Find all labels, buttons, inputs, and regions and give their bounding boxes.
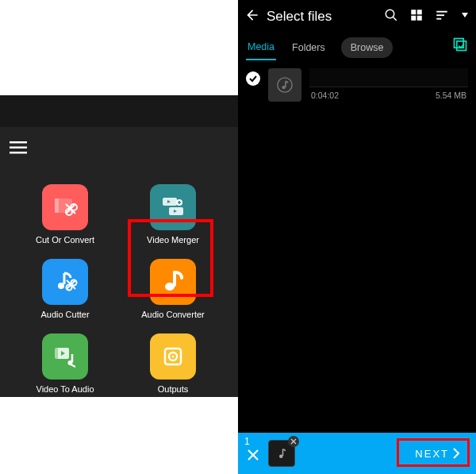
tool-video-merger[interactable]: Video Merger bbox=[135, 184, 211, 245]
svg-point-22 bbox=[172, 356, 175, 358]
tabs-row: Media Folders Browse bbox=[238, 33, 476, 62]
tool-label: Audio Converter bbox=[141, 310, 205, 319]
svg-point-15 bbox=[165, 283, 175, 291]
select-all-button[interactable] bbox=[452, 37, 468, 56]
close-icon bbox=[246, 448, 260, 462]
svg-rect-0 bbox=[10, 141, 27, 144]
tool-label: Video Merger bbox=[147, 235, 199, 245]
chevron-right-icon bbox=[452, 448, 460, 459]
music-note-icon bbox=[274, 446, 289, 461]
arrow-left-icon bbox=[244, 7, 260, 23]
hamburger-icon bbox=[10, 141, 27, 154]
outputs-icon bbox=[150, 333, 196, 380]
view-grid-button[interactable] bbox=[409, 8, 424, 25]
svg-rect-17 bbox=[55, 348, 58, 359]
clear-selection-button[interactable] bbox=[246, 448, 260, 465]
tab-media[interactable]: Media bbox=[246, 35, 276, 60]
file-list-empty-space bbox=[238, 108, 476, 433]
file-name-redacted bbox=[309, 68, 468, 87]
tool-cut-or-convert[interactable]: Cut Or Convert bbox=[27, 184, 103, 245]
tool-label: Cut Or Convert bbox=[36, 235, 94, 245]
svg-rect-33 bbox=[457, 41, 466, 51]
cut-convert-icon bbox=[42, 184, 88, 230]
video-to-audio-icon bbox=[42, 333, 88, 380]
check-icon bbox=[248, 74, 258, 83]
sort-icon bbox=[435, 8, 449, 22]
left-appbar bbox=[0, 95, 238, 127]
grid-icon bbox=[409, 8, 424, 22]
audio-cutter-icon bbox=[42, 259, 88, 305]
tool-outputs[interactable]: Outputs bbox=[135, 333, 211, 394]
tool-audio-converter[interactable]: Audio Converter bbox=[135, 259, 211, 319]
caret-down-icon bbox=[460, 8, 470, 22]
svg-point-23 bbox=[386, 10, 394, 18]
audio-converter-icon bbox=[150, 259, 196, 305]
video-merger-icon bbox=[150, 184, 196, 230]
tool-label: Outputs bbox=[158, 384, 189, 394]
next-button[interactable]: NEXT bbox=[407, 443, 468, 464]
file-item[interactable]: 0:04:02 5.54 MB bbox=[238, 62, 476, 108]
svg-rect-27 bbox=[417, 16, 422, 21]
tab-folders[interactable]: Folders bbox=[290, 36, 327, 60]
next-label: NEXT bbox=[415, 448, 449, 460]
selection-count: 1 bbox=[244, 436, 250, 447]
file-duration: 0:04:02 bbox=[311, 91, 339, 100]
svg-rect-29 bbox=[436, 14, 444, 16]
svg-rect-4 bbox=[55, 198, 59, 213]
svg-point-36 bbox=[279, 455, 283, 459]
svg-marker-31 bbox=[462, 13, 468, 17]
svg-point-35 bbox=[282, 86, 286, 89]
tool-audio-cutter[interactable]: Audio Cutter bbox=[27, 259, 103, 319]
page-title: Select files bbox=[267, 9, 378, 25]
music-note-icon bbox=[276, 76, 294, 94]
svg-rect-1 bbox=[10, 147, 27, 149]
svg-point-34 bbox=[278, 78, 292, 92]
search-icon bbox=[384, 8, 398, 22]
svg-rect-25 bbox=[417, 10, 422, 14]
svg-rect-28 bbox=[436, 11, 447, 13]
svg-rect-2 bbox=[10, 152, 27, 154]
menu-button[interactable] bbox=[0, 135, 238, 160]
tool-label: Audio Cutter bbox=[40, 310, 89, 319]
selected-file-chip[interactable] bbox=[268, 440, 295, 467]
sort-button[interactable] bbox=[435, 8, 449, 25]
svg-rect-30 bbox=[436, 18, 441, 20]
left-whitespace bbox=[0, 0, 238, 95]
file-checkbox[interactable] bbox=[246, 71, 260, 86]
tool-label: Video To Audio bbox=[36, 384, 94, 394]
right-appbar: Select files bbox=[238, 0, 476, 33]
tools-grid: Cut Or Convert Video Merger Audio Cutter bbox=[0, 160, 238, 402]
tool-video-to-audio[interactable]: Video To Audio bbox=[27, 333, 103, 394]
overflow-button[interactable] bbox=[460, 8, 470, 25]
file-thumbnail bbox=[268, 68, 301, 102]
back-button[interactable] bbox=[244, 7, 260, 26]
select-all-icon bbox=[452, 37, 468, 52]
file-size: 5.54 MB bbox=[436, 91, 466, 100]
svg-point-12 bbox=[58, 283, 64, 289]
footer-bar: 1 NEXT bbox=[238, 433, 476, 474]
svg-rect-24 bbox=[411, 10, 416, 14]
close-icon bbox=[290, 438, 297, 445]
tab-browse[interactable]: Browse bbox=[341, 37, 393, 58]
svg-rect-26 bbox=[411, 16, 416, 21]
chip-remove-button[interactable] bbox=[288, 436, 299, 447]
search-button[interactable] bbox=[384, 8, 398, 25]
